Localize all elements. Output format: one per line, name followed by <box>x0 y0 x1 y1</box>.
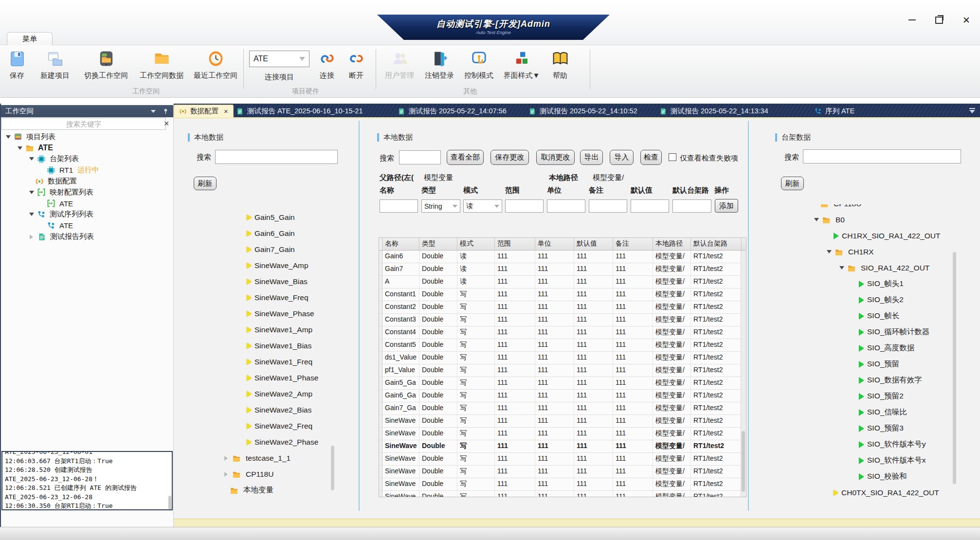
tree-item[interactable]: SineWave1_Freq <box>178 354 356 370</box>
table-row[interactable]: Constant5Double写111111111111模型变量/RT1/tes… <box>379 339 746 352</box>
menu-tab[interactable]: 菜单 <box>7 32 53 45</box>
tree-item[interactable]: CP118U <box>799 204 980 212</box>
clear-search-icon[interactable]: ✕ <box>162 119 171 128</box>
table-row[interactable]: Gain5_GaDouble写111111111111模型变量/RT1/test… <box>379 377 746 390</box>
tree-expander-icon[interactable] <box>18 146 22 150</box>
tree-expander-icon[interactable] <box>6 135 11 139</box>
tree-item[interactable]: SineWave2_Phase <box>178 434 356 450</box>
tree-item[interactable]: SineWave2_Amp <box>178 386 356 402</box>
unit-field[interactable] <box>547 199 585 213</box>
tree-expander-icon[interactable] <box>224 456 228 461</box>
type-select[interactable]: String <box>421 199 460 213</box>
tree-item[interactable]: ATE <box>1 198 173 209</box>
tab-document-4[interactable]: 测试报告 2025-05-22_14:13:34 <box>654 105 773 117</box>
tab-overflow-icon[interactable] <box>969 108 975 113</box>
tree-item[interactable]: CH0TX_SIO_RA1_422_OUT <box>799 485 980 501</box>
table-row[interactable]: Constant4Double写111111111111模型变量/RT1/tes… <box>379 326 746 339</box>
tree-item[interactable]: SineWave1_Bias <box>178 338 356 354</box>
tree-item[interactable]: SineWave_Bias <box>178 273 356 289</box>
table-row[interactable]: SineWaveDouble写111111111111模型变量/RT1/test… <box>379 491 746 497</box>
export-button[interactable]: 导出 <box>580 150 603 165</box>
tree-item[interactable]: SineWave2_Freq <box>178 418 356 434</box>
range-field[interactable] <box>505 199 544 213</box>
tab-data-config[interactable]: 数据配置× <box>174 105 234 117</box>
disconnect-button[interactable]: 断开 <box>344 50 369 80</box>
control-mode-button[interactable]: 控制模式 <box>460 50 497 80</box>
tree-expander-icon[interactable] <box>827 250 832 253</box>
table-column-header[interactable]: 名称 <box>382 238 419 250</box>
tree-expander-icon[interactable] <box>30 234 33 239</box>
local-tree-scrollbar[interactable] <box>331 446 334 490</box>
table-vscrollbar-thumb[interactable] <box>742 431 745 492</box>
table-row[interactable]: ds1_ValueDouble写111111111111模型变量/RT1/tes… <box>379 352 746 364</box>
table-row[interactable]: pf1_ValueDouble写111111111111模型变量/RT1/tes… <box>379 364 746 377</box>
tree-item[interactable]: Gain6_Gain <box>178 225 356 241</box>
tree-item[interactable]: 本地变量 <box>178 482 356 498</box>
save-changes-button[interactable]: 保存更改 <box>490 150 529 165</box>
tab-document-5[interactable]: 序列 ATE <box>809 105 859 117</box>
tree-item[interactable]: CH1RX_SIO_RA1_422_OUT <box>799 228 980 244</box>
table-row[interactable]: SineWaveDouble写111111111111模型变量/RT1/test… <box>379 466 746 478</box>
tree-item[interactable]: Gain7_Gain <box>178 241 356 257</box>
tree-expander-icon[interactable] <box>29 157 34 161</box>
view-all-button[interactable]: 查看全部 <box>447 150 484 165</box>
tree-item[interactable]: ATE <box>1 220 173 231</box>
name-field[interactable] <box>380 199 418 213</box>
failed-only-checkbox[interactable] <box>669 153 676 161</box>
pin-icon[interactable] <box>163 108 169 114</box>
tree-expander-icon[interactable] <box>814 218 819 221</box>
table-column-header[interactable]: 备注 <box>613 238 653 250</box>
table-column-header[interactable]: 范围 <box>495 238 535 250</box>
logout-button[interactable]: 注销登录 <box>421 50 457 80</box>
close-button[interactable]: ✕ <box>960 14 973 26</box>
table-column-header[interactable]: 默认值 <box>574 238 613 250</box>
table-row[interactable]: Gain6_GaDouble写111111111111模型变量/RT1/test… <box>379 390 746 402</box>
save-button[interactable]: 保存 <box>3 50 31 80</box>
tree-expander-icon[interactable] <box>224 472 228 477</box>
minimize-button[interactable] <box>905 14 919 26</box>
workspace-data-button[interactable]: 工作空间数据 <box>136 50 187 80</box>
tree-item[interactable]: B0 <box>799 212 980 228</box>
tree-item[interactable]: 测试报告列表 <box>1 231 173 242</box>
refresh-button[interactable]: 刷新 <box>194 177 217 190</box>
tree-item[interactable]: 台架列表 <box>1 154 173 165</box>
tree-item[interactable]: ATE <box>1 143 173 154</box>
tree-item[interactable]: Gain5_Gain <box>178 209 356 225</box>
bench-tree-scrollbar[interactable] <box>953 252 956 484</box>
tree-item[interactable]: SineWave_Phase <box>178 306 356 322</box>
connect-project-select[interactable]: ATE <box>249 51 309 67</box>
table-row[interactable]: Gain7Double读111111111111模型变量/RT1/test2 <box>379 263 746 276</box>
table-row[interactable]: SineWaveDouble写111111111111模型变量/RT1/test… <box>379 453 746 466</box>
table-column-header[interactable]: 模式 <box>457 238 495 250</box>
tree-item[interactable]: testcase_1_1 <box>178 450 356 466</box>
log-scrollbar[interactable] <box>168 496 171 509</box>
tab-document-1[interactable]: 测试报告 ATE_2025-06-16_10-15-21 <box>231 105 368 117</box>
table-row[interactable]: SineWaveDouble写111111111111模型变量/RT1/test… <box>379 478 746 491</box>
tree-item[interactable]: SineWave_Freq <box>178 289 356 306</box>
tree-item[interactable]: SineWave1_Amp <box>178 322 356 338</box>
bench-search-input[interactable] <box>803 149 961 163</box>
table-row[interactable]: SineWaveDouble写111111111111模型变量/RT1/test… <box>379 428 746 440</box>
table-row[interactable]: Constant3Double写111111111111模型变量/RT1/tes… <box>379 314 746 326</box>
tree-expander-icon[interactable] <box>29 191 34 194</box>
new-project-button[interactable]: 新建项目 <box>34 50 76 80</box>
table-row[interactable]: SineWaveDouble写111111111111模型变量/RT1/test… <box>379 440 746 453</box>
default-bench-field[interactable] <box>672 199 711 213</box>
maximize-button[interactable] <box>932 14 946 26</box>
table-vscrollbar[interactable] <box>741 251 746 497</box>
note-field[interactable] <box>589 199 627 213</box>
tree-item[interactable]: CP118U <box>178 466 356 482</box>
tree-item[interactable]: 映射配置列表 <box>1 187 173 198</box>
table-column-header[interactable]: 默认台架路 <box>691 238 742 250</box>
table-column-header[interactable]: 单位 <box>535 238 574 250</box>
tab-close-icon[interactable]: × <box>224 107 228 115</box>
tree-item[interactable]: 数据配置 <box>1 176 173 187</box>
tree-item[interactable]: SineWave2_Bias <box>178 402 356 418</box>
tree-item[interactable]: 项目列表 <box>1 131 173 143</box>
table-row[interactable]: Gain7_GaDouble写111111111111模型变量/RT1/test… <box>379 402 746 415</box>
tree-item[interactable]: SineWave_Amp <box>178 257 356 273</box>
help-button[interactable]: 帮助 <box>546 50 574 80</box>
cancel-changes-button[interactable]: 取消更改 <box>536 150 575 165</box>
tree-item[interactable]: RT1运行中 <box>1 164 173 176</box>
sidebar-search-input[interactable] <box>1 118 166 130</box>
